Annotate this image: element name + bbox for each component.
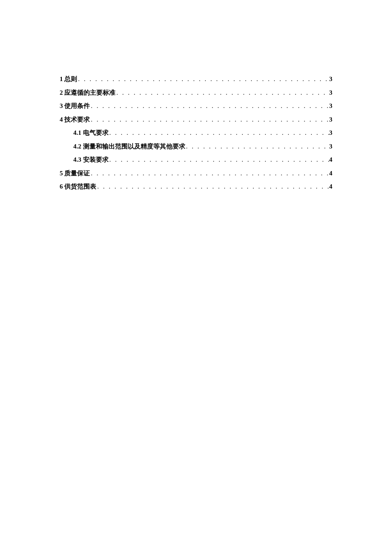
toc-section-number: 4 — [60, 116, 63, 123]
toc-section-number: 4.3 — [73, 156, 81, 163]
toc-section-title: 测量和输出范围以及精度等其他要求 — [81, 143, 185, 150]
toc-label: 4.2 测量和输出范围以及精度等其他要求 — [73, 140, 185, 154]
toc-entry: 6 供货范围表 4 — [60, 180, 332, 194]
toc-section-title: 使用条件 — [63, 102, 90, 109]
toc-entry: 5 质量保证 4 — [60, 167, 332, 180]
toc-section-number: 5 — [60, 170, 63, 177]
toc-section-number: 4.2 — [73, 143, 81, 150]
toc-label: 6 供货范围表 — [60, 180, 96, 194]
toc-page-number: 3 — [329, 113, 333, 127]
toc-leader-dots — [115, 86, 329, 100]
toc-section-number: 2 — [60, 89, 63, 96]
toc-page-number: 3 — [329, 140, 333, 154]
toc-section-title: 应遵循的主要标准 — [63, 89, 116, 96]
toc-leader-dots — [90, 167, 329, 180]
toc-entry: 4 技术要求 3 — [60, 113, 332, 127]
toc-section-title: 技术要求 — [63, 116, 90, 123]
toc-leader-dots — [109, 126, 329, 140]
toc-label: 2 应遵循的主要标准 — [60, 86, 115, 100]
page-content: 1 总则 3 2 应遵循的主要标准 3 3 使用条件 3 4 技术要求 3 — [0, 0, 392, 194]
toc-leader-dots — [77, 73, 329, 86]
toc-section-title: 供货范围表 — [63, 183, 97, 190]
toc-label: 5 质量保证 — [60, 167, 90, 180]
toc-section-title: 总则 — [63, 76, 78, 82]
toc-entry-sub: 4.1 电气要求 3 — [60, 126, 332, 140]
toc-entry-sub: 4.3 安装要求 4 — [60, 153, 332, 167]
toc-page-number: 3 — [329, 86, 333, 100]
toc-section-title: 电气要求 — [81, 129, 109, 136]
toc-entry: 3 使用条件 3 — [60, 99, 332, 113]
table-of-contents: 1 总则 3 2 应遵循的主要标准 3 3 使用条件 3 4 技术要求 3 — [60, 73, 332, 194]
toc-page-number: 3 — [329, 73, 333, 86]
toc-entry-sub: 4.2 测量和输出范围以及精度等其他要求 3 — [60, 140, 332, 154]
toc-page-number: 4 — [329, 153, 333, 167]
toc-label: 4.3 安装要求 — [73, 153, 109, 167]
toc-section-number: 3 — [60, 102, 63, 109]
toc-leader-dots — [96, 180, 329, 194]
toc-entry: 2 应遵循的主要标准 3 — [60, 86, 332, 100]
toc-entry: 1 总则 3 — [60, 73, 332, 86]
toc-page-number: 3 — [329, 126, 333, 140]
toc-label: 4.1 电气要求 — [73, 126, 109, 140]
toc-page-number: 4 — [329, 167, 333, 180]
toc-label: 3 使用条件 — [60, 99, 90, 113]
toc-leader-dots — [109, 153, 329, 167]
toc-section-number: 4.1 — [73, 129, 81, 136]
toc-section-title: 安装要求 — [81, 156, 109, 163]
toc-page-number: 3 — [329, 99, 333, 113]
toc-section-number: 1 — [60, 76, 63, 82]
toc-leader-dots — [185, 140, 329, 154]
toc-leader-dots — [90, 113, 329, 127]
toc-label: 4 技术要求 — [60, 113, 90, 127]
toc-section-title: 质量保证 — [63, 170, 90, 177]
toc-label: 1 总则 — [60, 73, 77, 86]
toc-page-number: 4 — [329, 180, 333, 194]
toc-section-number: 6 — [60, 183, 63, 190]
toc-leader-dots — [90, 99, 329, 113]
